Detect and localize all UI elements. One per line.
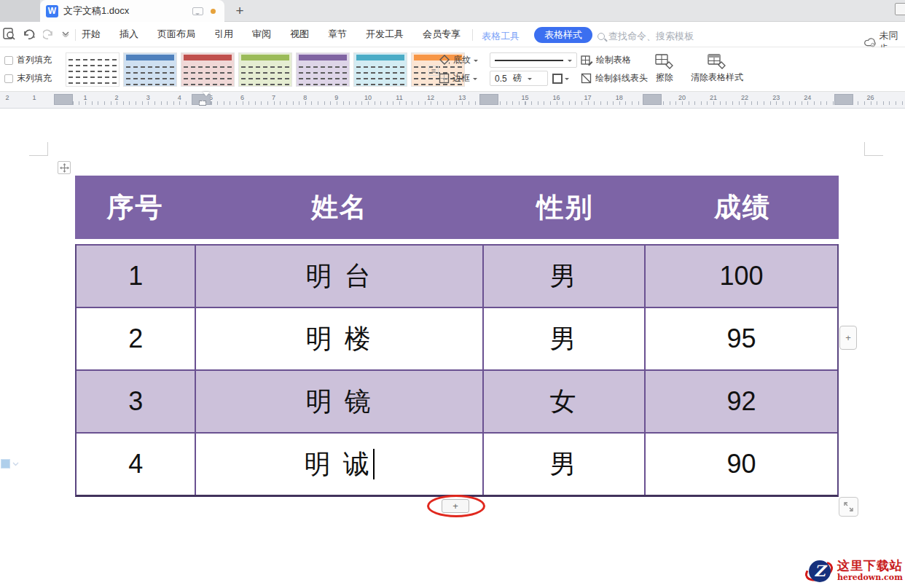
annotation-ellipse: [427, 495, 485, 517]
ruler-number: 18: [616, 94, 623, 101]
menu-item-2[interactable]: 页面布局: [157, 28, 195, 41]
draw-diagonal-header-button[interactable]: 绘制斜线表头: [581, 72, 648, 85]
comment-icon[interactable]: [192, 7, 203, 15]
ruler-number: 2: [5, 94, 9, 101]
redo-icon[interactable]: [43, 28, 55, 40]
last-column-fill-checkbox[interactable]: 末列填充: [4, 72, 52, 85]
table-row-3[interactable]: 4明 诚男90: [77, 432, 837, 495]
table-cell-3-3[interactable]: 90: [646, 434, 837, 495]
table-cell-0-0[interactable]: 1: [77, 246, 196, 307]
menu-item-1[interactable]: 插入: [120, 28, 138, 41]
add-column-button[interactable]: +: [839, 326, 857, 350]
border-button[interactable]: 边框: [439, 72, 477, 85]
table-cell-1-1[interactable]: 明 楼: [196, 308, 483, 369]
ruler-number: 10: [364, 94, 372, 101]
table-cell-1-3[interactable]: 95: [646, 308, 837, 369]
table-cell-3-1[interactable]: 明 诚: [196, 434, 483, 495]
undo-icon[interactable]: [22, 28, 36, 40]
table-resize-handle[interactable]: [839, 497, 858, 517]
header-cell-1[interactable]: 姓名: [195, 176, 484, 239]
toolbar-more-icon[interactable]: [61, 31, 70, 37]
border-color-button[interactable]: [552, 71, 576, 86]
new-tab-button[interactable]: +: [230, 1, 249, 20]
ruler-number: 4: [178, 94, 181, 101]
ruler-number: 8: [303, 94, 307, 101]
header-cell-2[interactable]: 性别: [484, 176, 646, 239]
erase-button[interactable]: 擦除: [655, 54, 674, 84]
menu-item-5[interactable]: 视图: [290, 28, 309, 41]
ruler-number: 13: [458, 94, 466, 101]
margin-corner-mark: [864, 142, 865, 156]
table-cell-1-0[interactable]: 2: [77, 308, 196, 369]
menu-item-0[interactable]: 开始: [82, 28, 101, 41]
header-cell-3[interactable]: 成绩: [646, 176, 839, 239]
ruler-number: 16: [552, 94, 560, 101]
first-column-fill-checkbox[interactable]: 首列填充: [4, 54, 52, 66]
header-cell-0[interactable]: 序号: [75, 176, 195, 239]
line-style-select[interactable]: [490, 52, 577, 68]
ruler[interactable]: 2112345678910111213141516171819202122232…: [0, 92, 905, 109]
document-tab[interactable]: W 文字文稿1.docx: [40, 0, 224, 22]
ruler-number: 2: [115, 94, 119, 101]
watermark: Z 这里下载站 heredown.com: [802, 554, 905, 588]
line-style-sample: [495, 60, 563, 61]
gallery-more-button[interactable]: ≡: [428, 66, 439, 76]
menu-item-3[interactable]: 引用: [214, 28, 233, 41]
cloud-icon: [864, 37, 876, 47]
clear-table-style-button[interactable]: 清除表格样式: [691, 54, 743, 84]
tab-bar: W 文字文稿1.docx +: [0, 0, 905, 22]
chevron-down-icon: [12, 462, 19, 466]
menu-item-6[interactable]: 章节: [328, 28, 347, 41]
hanging-indent-marker[interactable]: [199, 101, 206, 106]
window-control-icon[interactable]: [895, 3, 905, 15]
logo-letter: Z: [809, 560, 831, 582]
print-preview-icon[interactable]: [3, 28, 15, 40]
table-cell-2-2[interactable]: 女: [484, 371, 646, 432]
table-cell-2-3[interactable]: 92: [646, 371, 837, 432]
table-cell-0-2[interactable]: 男: [484, 246, 646, 307]
ruler-column-marker[interactable]: [643, 94, 662, 105]
tab-table-style-active[interactable]: 表格样式: [534, 27, 592, 43]
table-cell-0-3[interactable]: 100: [646, 246, 837, 307]
document-table[interactable]: 序号姓名性别成绩 1明 台男1002明 楼男953明 镜女924明 诚男90: [75, 176, 839, 497]
table-style-thumb-red[interactable]: [181, 52, 235, 87]
table-move-handle[interactable]: [58, 161, 71, 174]
text-cursor: [373, 449, 375, 479]
table-style-thumb-purple[interactable]: [296, 52, 350, 87]
resize-icon: [844, 502, 853, 511]
ruler-column-marker[interactable]: [834, 94, 853, 105]
command-search[interactable]: 查找命令、搜索模板: [598, 30, 694, 43]
shading-label: 底纹: [453, 54, 471, 66]
clear-style-icon: [708, 54, 726, 70]
ruler-column-marker[interactable]: [479, 94, 498, 105]
draw-table-button[interactable]: 绘制表格: [581, 54, 631, 66]
table-cell-3-2[interactable]: 男: [484, 434, 646, 495]
context-separator: [472, 29, 473, 41]
menu-item-7[interactable]: 开发工具: [366, 28, 404, 41]
move-icon: [60, 163, 69, 173]
table-style-thumb-plain[interactable]: [66, 52, 120, 87]
ruler-number: 1: [32, 94, 36, 101]
table-cell-3-0[interactable]: 4: [77, 434, 196, 495]
table-cell-2-0[interactable]: 3: [77, 371, 196, 432]
shading-button[interactable]: 底纹: [439, 54, 478, 66]
line-weight-select[interactable]: 0.5 磅: [490, 71, 548, 86]
ruler-number: 15: [521, 94, 528, 101]
table-cell-1-2[interactable]: 男: [484, 308, 646, 369]
ruler-number: 21: [710, 94, 717, 101]
table-style-thumb-teal[interactable]: [353, 52, 407, 87]
table-style-thumb-blue[interactable]: [123, 52, 177, 87]
ruler-column-marker[interactable]: [54, 94, 73, 105]
table-row-2[interactable]: 3明 镜女92: [77, 369, 837, 432]
table-cell-0-1[interactable]: 明 台: [196, 246, 483, 307]
menu-item-8[interactable]: 会员专享: [423, 28, 461, 41]
table-header-row[interactable]: 序号姓名性别成绩: [75, 176, 839, 239]
table-row-1[interactable]: 2明 楼男95: [77, 307, 837, 369]
table-style-thumb-olive[interactable]: [238, 52, 292, 87]
table-cell-2-1[interactable]: 明 镜: [196, 371, 483, 432]
menu-item-4[interactable]: 审阅: [252, 28, 271, 41]
tab-table-tool[interactable]: 表格工具: [482, 30, 520, 43]
table-row-0[interactable]: 1明 台男100: [77, 244, 837, 307]
table-body[interactable]: 1明 台男1002明 楼男953明 镜女924明 诚男90: [75, 244, 839, 497]
side-tool-collapsed[interactable]: [1, 460, 19, 468]
